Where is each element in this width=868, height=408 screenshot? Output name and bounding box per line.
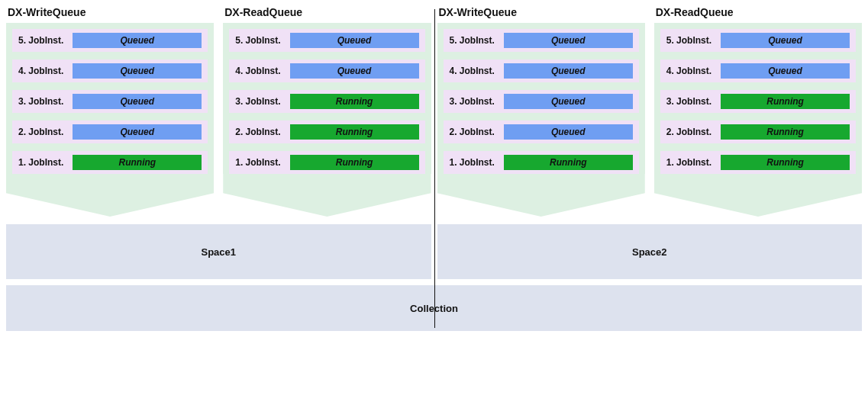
queue-body: 5. JobInst.Queued 4. JobInst.Queued 3. J… [654, 23, 862, 174]
job-row: 2. JobInst.Running [660, 120, 856, 143]
job-row: 3. JobInst.Queued [444, 90, 639, 113]
job-label: 4. JobInst. [666, 66, 721, 76]
job-label: 1. JobInst. [450, 157, 504, 168]
job-row: 4. JobInst.Queued [444, 59, 639, 82]
status-badge: Queued [73, 124, 202, 140]
job-label: 2. JobInst. [450, 127, 504, 137]
space1-box: Space1 [6, 224, 431, 279]
queue-arrow-icon [223, 174, 431, 217]
queue-arrow-icon [437, 174, 645, 217]
queue-body: 5. JobInst.Queued 4. JobInst.Queued 3. J… [223, 23, 431, 174]
space2-write-queue: DX-WriteQueue 5. JobInst.Queued 4. JobIn… [437, 6, 645, 217]
job-row: 1. JobInst.Running [660, 151, 856, 174]
job-row: 5. JobInst.Queued [229, 29, 424, 52]
job-label: 5. JobInst. [235, 35, 289, 46]
space2-queues: DX-WriteQueue 5. JobInst.Queued 4. JobIn… [437, 6, 863, 217]
queue-arrow-icon [654, 174, 862, 217]
status-badge: Queued [504, 124, 633, 140]
status-badge: Queued [504, 94, 633, 109]
space1-write-queue: DX-WriteQueue 5. JobInst.Queued 4. JobIn… [6, 6, 214, 217]
job-label: 2. JobInst. [18, 127, 73, 137]
job-row: 2. JobInst.Running [229, 120, 424, 143]
vertical-divider [434, 9, 435, 328]
status-badge: Queued [73, 33, 202, 48]
queue-title: DX-ReadQueue [224, 6, 431, 18]
job-row: 4. JobInst.Queued [660, 59, 856, 82]
job-row: 1. JobInst.Running [229, 151, 424, 174]
job-row: 1. JobInst.Running [12, 151, 208, 174]
job-label: 4. JobInst. [450, 66, 504, 76]
job-row: 4. JobInst.Queued [229, 59, 424, 82]
status-badge: Running [290, 94, 419, 109]
job-label: 3. JobInst. [450, 96, 504, 107]
status-badge: Running [721, 155, 850, 170]
status-badge: Running [73, 155, 202, 170]
job-row: 5. JobInst.Queued [444, 29, 639, 52]
space1-queues: DX-WriteQueue 5. JobInst.Queued 4. JobIn… [6, 6, 431, 217]
job-row: 3. JobInst.Running [229, 90, 424, 113]
job-row: 3. JobInst.Running [660, 90, 856, 113]
status-badge: Queued [73, 94, 202, 109]
job-label: 3. JobInst. [18, 96, 73, 107]
status-badge: Running [504, 155, 633, 170]
status-badge: Queued [721, 33, 850, 48]
status-badge: Queued [290, 33, 419, 48]
job-label: 5. JobInst. [18, 35, 73, 46]
job-label: 2. JobInst. [235, 127, 289, 137]
queue-arrow-icon [6, 174, 214, 217]
job-row: 4. JobInst.Queued [12, 59, 208, 82]
status-badge: Queued [504, 63, 633, 79]
job-row: 5. JobInst.Queued [660, 29, 856, 52]
status-badge: Running [721, 94, 850, 109]
job-label: 1. JobInst. [666, 157, 721, 168]
job-label: 3. JobInst. [666, 96, 721, 107]
queue-body: 5. JobInst.Queued 4. JobInst.Queued 3. J… [437, 23, 645, 174]
queue-title: DX-WriteQueue [439, 6, 645, 18]
queue-title: DX-WriteQueue [8, 6, 214, 18]
job-label: 1. JobInst. [18, 157, 73, 168]
job-row: 3. JobInst.Queued [12, 90, 208, 113]
job-row: 5. JobInst.Queued [12, 29, 208, 52]
job-row: 2. JobInst.Queued [12, 120, 208, 143]
job-label: 5. JobInst. [450, 35, 504, 46]
job-label: 2. JobInst. [666, 127, 721, 137]
status-badge: Running [290, 124, 419, 140]
queue-body: 5. JobInst.Queued 4. JobInst.Queued 3. J… [6, 23, 214, 174]
space2-box: Space2 [437, 224, 863, 279]
space1-read-queue: DX-ReadQueue 5. JobInst.Queued 4. JobIns… [223, 6, 431, 217]
job-label: 3. JobInst. [235, 96, 289, 107]
job-label: 5. JobInst. [666, 35, 721, 46]
job-row: 2. JobInst.Queued [444, 120, 639, 143]
job-label: 4. JobInst. [235, 66, 289, 76]
status-badge: Running [290, 155, 419, 170]
job-label: 4. JobInst. [18, 66, 73, 76]
status-badge: Queued [290, 63, 419, 79]
job-row: 1. JobInst.Running [444, 151, 639, 174]
space2-read-queue: DX-ReadQueue 5. JobInst.Queued 4. JobIns… [654, 6, 862, 217]
space2-column: DX-WriteQueue 5. JobInst.Queued 4. JobIn… [437, 6, 863, 279]
queue-title: DX-ReadQueue [656, 6, 862, 18]
job-label: 1. JobInst. [235, 157, 289, 168]
status-badge: Queued [73, 63, 202, 79]
status-badge: Queued [504, 33, 633, 48]
status-badge: Running [721, 124, 850, 140]
status-badge: Queued [721, 63, 850, 79]
space1-column: DX-WriteQueue 5. JobInst.Queued 4. JobIn… [6, 6, 431, 279]
